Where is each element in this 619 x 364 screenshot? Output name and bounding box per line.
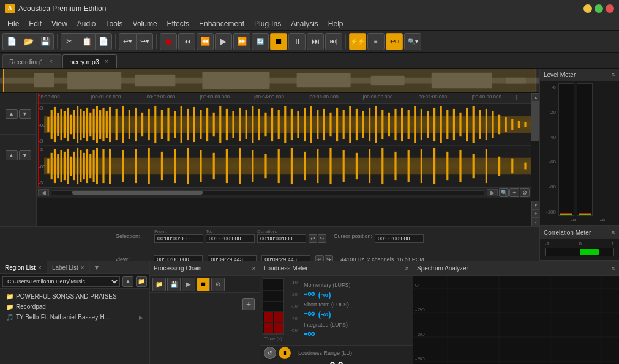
loudness-close[interactable]: × xyxy=(405,264,409,273)
correlation-meter-close[interactable]: × xyxy=(611,228,615,237)
proc-save-button[interactable]: 💾 xyxy=(167,278,181,291)
new-button[interactable]: 📄 xyxy=(2,33,20,50)
close-button[interactable]: × xyxy=(606,4,614,13)
waveform-track-2[interactable]: -3 -00 -3 xyxy=(37,146,531,187)
loop2-button[interactable]: ≡ xyxy=(367,33,385,50)
tab-region-list[interactable]: Region List × xyxy=(0,261,47,273)
duration-value[interactable]: 00:00:00:000 xyxy=(257,234,306,243)
file-play-button[interactable]: ▶ xyxy=(139,314,143,321)
list-item-songs[interactable]: 📁 POWERFUL SONGS AND PRAISES xyxy=(2,291,147,302)
waveform-main[interactable]: 00:00:000 |00:01:00.000 |00:02:00.000 |0… xyxy=(37,93,531,226)
waveform-track-1[interactable]: -3 -00 -3 xyxy=(37,104,531,146)
menu-edit[interactable]: Edit xyxy=(24,18,47,29)
to-value[interactable]: 00:00:00:000 xyxy=(206,234,255,243)
track2-up-button[interactable]: ▲ xyxy=(6,150,18,160)
track1-up-button[interactable]: ▲ xyxy=(6,109,18,119)
proc-bypass-button[interactable]: ⊘ xyxy=(211,278,225,291)
path-up-button[interactable]: ▲ xyxy=(122,276,133,287)
region-list-close[interactable]: × xyxy=(38,264,42,271)
panel-tab-dropdown[interactable]: ▼ xyxy=(90,261,104,273)
menu-help[interactable]: Help xyxy=(323,18,348,29)
loudness-loop-button[interactable]: ↺ xyxy=(264,347,276,359)
menu-analysis[interactable]: Analysis xyxy=(286,18,323,29)
scrub-button[interactable]: ↩□ xyxy=(386,33,403,50)
zoom-search-button[interactable]: 🔍▾ xyxy=(404,33,421,50)
label-list-close[interactable]: × xyxy=(81,264,84,271)
zoom-out-vert-button[interactable]: - xyxy=(531,218,539,226)
menu-plugins[interactable]: Plug-Ins xyxy=(249,18,286,29)
view-to[interactable]: 00:09:29:443 xyxy=(208,255,257,261)
tab-herry-mp3[interactable]: herry.mp3 × xyxy=(62,54,117,68)
from-value[interactable]: 00:00:00:000 xyxy=(154,234,203,243)
open-button[interactable]: 📂 xyxy=(20,33,37,50)
redo-button[interactable]: ↪▾ xyxy=(136,33,153,50)
minimize-button[interactable]: _ xyxy=(583,4,592,13)
paste-button[interactable]: 📄 xyxy=(95,33,112,50)
processing-chain-close[interactable]: × xyxy=(252,264,256,273)
stop-button[interactable]: ⏹ xyxy=(270,33,287,50)
tab-herry-mp3-close[interactable]: × xyxy=(103,58,110,65)
scroll-zoom-area: ◀ ▶ 🔍 + ⚙ xyxy=(37,187,531,198)
view-duration[interactable]: 00:09:29:443 xyxy=(261,255,310,261)
goto-start-button[interactable]: ⏮ xyxy=(178,33,195,50)
menu-volume[interactable]: Volume xyxy=(128,18,162,29)
copy-button[interactable]: 📋 xyxy=(78,33,95,50)
svg-rect-96 xyxy=(44,158,531,175)
next-button[interactable]: ⏭ xyxy=(307,33,324,50)
menu-tools[interactable]: Tools xyxy=(101,18,128,29)
record-button[interactable]: ⏺ xyxy=(160,33,177,50)
menu-effects[interactable]: Effects xyxy=(162,18,194,29)
menu-enhancement[interactable]: Enhancement xyxy=(194,18,249,29)
view-next-button[interactable]: ↪ xyxy=(325,255,333,261)
tab-label-list[interactable]: Label List × xyxy=(47,261,90,273)
view-from[interactable]: 00:00:00:000 xyxy=(154,255,203,261)
save-button[interactable]: 💾 xyxy=(37,33,54,50)
scroll-right-button[interactable]: ▶ xyxy=(487,189,498,196)
loop-button[interactable]: 🔄 xyxy=(252,33,269,50)
rewind-button[interactable]: ⏪ xyxy=(197,33,214,50)
zoom-tool-button[interactable]: ⚙ xyxy=(520,188,530,197)
tab-recording1-close[interactable]: × xyxy=(47,58,54,65)
zoom-in-vert-button[interactable]: + xyxy=(531,209,539,218)
loudness-pause-button[interactable]: ⏸ xyxy=(279,347,291,359)
track1-down-button[interactable]: ▼ xyxy=(19,109,31,119)
list-item-recordpad[interactable]: 📁 Recordpad xyxy=(2,302,147,312)
proc-open-button[interactable]: 📁 xyxy=(152,278,166,291)
spectrum-close[interactable]: × xyxy=(611,264,615,273)
maximize-button[interactable]: □ xyxy=(595,4,603,13)
scroll-thumb[interactable] xyxy=(531,102,539,141)
waveform-overview[interactable] xyxy=(0,69,539,93)
loudness-x-label: Time (s) xyxy=(263,334,284,343)
scroll-up-button[interactable]: ▲ xyxy=(531,93,539,102)
snap-button[interactable]: ⚡⚡ xyxy=(349,33,366,50)
proc-add-button[interactable]: + xyxy=(242,298,255,310)
goto-end-button[interactable]: ⏭| xyxy=(325,33,342,50)
list-item-ty-bello[interactable]: 🎵 TY-Bello-Ft.-Nathaniel-Bassey-H... ▶ xyxy=(2,312,147,322)
selection-next-button[interactable]: ↪ xyxy=(318,234,326,243)
zoom-out-button[interactable]: 🔍 xyxy=(499,188,509,197)
menu-file[interactable]: File xyxy=(2,18,24,29)
level-meter-close[interactable]: × xyxy=(611,70,615,79)
path-folder-button[interactable]: 📁 xyxy=(136,276,147,287)
tab-recording1[interactable]: Recording1 × xyxy=(2,54,61,68)
correlation-max: 1 xyxy=(612,241,614,247)
play-button[interactable]: ▶ xyxy=(215,33,232,50)
cut-button[interactable]: ✂ xyxy=(61,33,78,50)
horizontal-scroll-bar[interactable]: ◀ ▶ 🔍 + ⚙ xyxy=(37,188,531,198)
proc-stop-button[interactable]: ⏹ xyxy=(197,278,210,291)
view-prev-button[interactable]: ↩ xyxy=(315,255,324,261)
undo-button[interactable]: ↩▾ xyxy=(119,33,136,50)
pause-button[interactable]: ⏸ xyxy=(288,33,306,50)
path-select[interactable]: C:\Users\Temilorun Herry\Music xyxy=(2,276,120,287)
svg-rect-90 xyxy=(492,111,493,138)
track2-down-button[interactable]: ▼ xyxy=(19,150,31,160)
fast-forward-button[interactable]: ⏩ xyxy=(233,33,250,50)
proc-play-button[interactable]: ▶ xyxy=(182,278,195,291)
selection-prev-button[interactable]: ↩ xyxy=(309,234,317,243)
menu-audio[interactable]: Audio xyxy=(72,18,101,29)
scroll-down-button[interactable]: ▼ xyxy=(531,201,539,209)
menu-view[interactable]: View xyxy=(47,18,72,29)
scroll-thumb[interactable] xyxy=(72,191,203,195)
zoom-in-button[interactable]: + xyxy=(509,188,519,197)
scroll-left-button[interactable]: ◀ xyxy=(38,189,49,196)
